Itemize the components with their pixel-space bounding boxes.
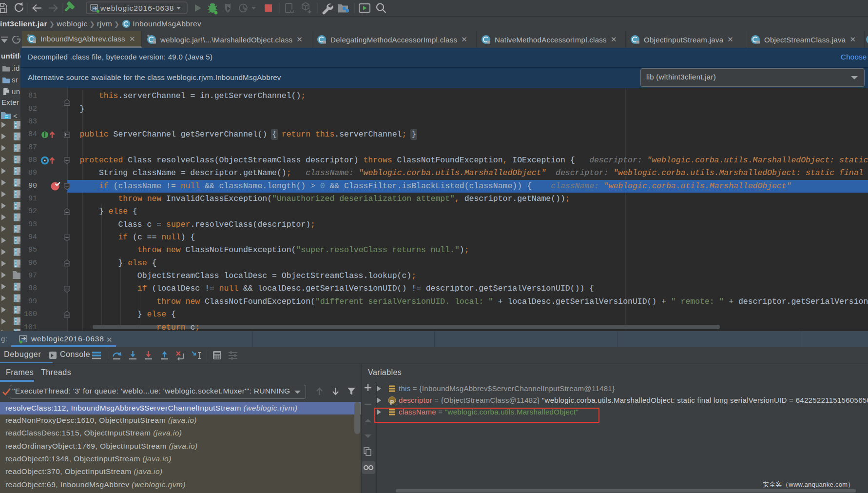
svg-text:weblogic2016-0638: weblogic2016-0638 xyxy=(100,4,174,12)
svg-text:un: un xyxy=(12,87,20,96)
svg-text:p: p xyxy=(390,398,394,405)
svg-text:.id: .id xyxy=(12,64,20,72)
svg-text:sr: sr xyxy=(12,76,18,84)
